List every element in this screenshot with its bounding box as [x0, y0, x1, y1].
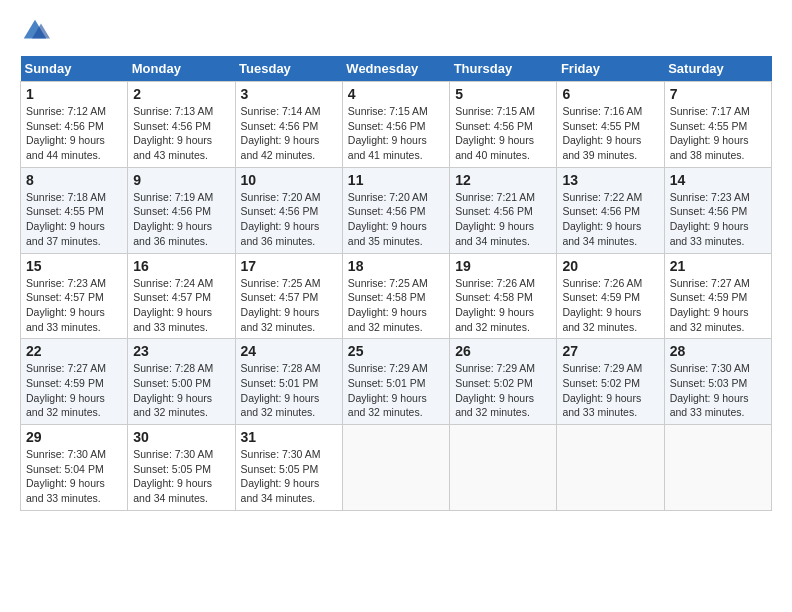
day-detail: Sunrise: 7:28 AMSunset: 5:01 PMDaylight:… [241, 362, 321, 418]
calendar-cell: 15 Sunrise: 7:23 AMSunset: 4:57 PMDaylig… [21, 253, 128, 339]
logo [20, 16, 52, 46]
day-detail: Sunrise: 7:15 AMSunset: 4:56 PMDaylight:… [455, 105, 535, 161]
week-row-1: 1 Sunrise: 7:12 AMSunset: 4:56 PMDayligh… [21, 82, 772, 168]
weekday-friday: Friday [557, 56, 664, 82]
day-number: 20 [562, 258, 658, 274]
day-detail: Sunrise: 7:25 AMSunset: 4:58 PMDaylight:… [348, 277, 428, 333]
week-row-3: 15 Sunrise: 7:23 AMSunset: 4:57 PMDaylig… [21, 253, 772, 339]
day-number: 7 [670, 86, 766, 102]
day-detail: Sunrise: 7:15 AMSunset: 4:56 PMDaylight:… [348, 105, 428, 161]
calendar-cell: 22 Sunrise: 7:27 AMSunset: 4:59 PMDaylig… [21, 339, 128, 425]
day-number: 16 [133, 258, 229, 274]
calendar-cell: 24 Sunrise: 7:28 AMSunset: 5:01 PMDaylig… [235, 339, 342, 425]
calendar-cell: 17 Sunrise: 7:25 AMSunset: 4:57 PMDaylig… [235, 253, 342, 339]
weekday-sunday: Sunday [21, 56, 128, 82]
day-number: 1 [26, 86, 122, 102]
day-detail: Sunrise: 7:20 AMSunset: 4:56 PMDaylight:… [241, 191, 321, 247]
calendar-cell [557, 425, 664, 511]
day-detail: Sunrise: 7:16 AMSunset: 4:55 PMDaylight:… [562, 105, 642, 161]
calendar-cell: 26 Sunrise: 7:29 AMSunset: 5:02 PMDaylig… [450, 339, 557, 425]
day-number: 27 [562, 343, 658, 359]
day-detail: Sunrise: 7:29 AMSunset: 5:01 PMDaylight:… [348, 362, 428, 418]
day-number: 9 [133, 172, 229, 188]
calendar-cell: 16 Sunrise: 7:24 AMSunset: 4:57 PMDaylig… [128, 253, 235, 339]
day-number: 4 [348, 86, 444, 102]
calendar-cell: 14 Sunrise: 7:23 AMSunset: 4:56 PMDaylig… [664, 167, 771, 253]
day-detail: Sunrise: 7:25 AMSunset: 4:57 PMDaylight:… [241, 277, 321, 333]
day-detail: Sunrise: 7:20 AMSunset: 4:56 PMDaylight:… [348, 191, 428, 247]
day-number: 21 [670, 258, 766, 274]
week-row-4: 22 Sunrise: 7:27 AMSunset: 4:59 PMDaylig… [21, 339, 772, 425]
calendar-cell: 11 Sunrise: 7:20 AMSunset: 4:56 PMDaylig… [342, 167, 449, 253]
calendar-cell: 9 Sunrise: 7:19 AMSunset: 4:56 PMDayligh… [128, 167, 235, 253]
day-detail: Sunrise: 7:29 AMSunset: 5:02 PMDaylight:… [455, 362, 535, 418]
day-detail: Sunrise: 7:30 AMSunset: 5:04 PMDaylight:… [26, 448, 106, 504]
calendar-cell: 12 Sunrise: 7:21 AMSunset: 4:56 PMDaylig… [450, 167, 557, 253]
day-detail: Sunrise: 7:27 AMSunset: 4:59 PMDaylight:… [26, 362, 106, 418]
calendar-cell: 6 Sunrise: 7:16 AMSunset: 4:55 PMDayligh… [557, 82, 664, 168]
calendar-cell: 20 Sunrise: 7:26 AMSunset: 4:59 PMDaylig… [557, 253, 664, 339]
weekday-header-row: SundayMondayTuesdayWednesdayThursdayFrid… [21, 56, 772, 82]
day-number: 23 [133, 343, 229, 359]
calendar-cell: 4 Sunrise: 7:15 AMSunset: 4:56 PMDayligh… [342, 82, 449, 168]
day-detail: Sunrise: 7:13 AMSunset: 4:56 PMDaylight:… [133, 105, 213, 161]
calendar-cell: 8 Sunrise: 7:18 AMSunset: 4:55 PMDayligh… [21, 167, 128, 253]
calendar-cell: 13 Sunrise: 7:22 AMSunset: 4:56 PMDaylig… [557, 167, 664, 253]
day-detail: Sunrise: 7:18 AMSunset: 4:55 PMDaylight:… [26, 191, 106, 247]
day-number: 31 [241, 429, 337, 445]
calendar-cell: 3 Sunrise: 7:14 AMSunset: 4:56 PMDayligh… [235, 82, 342, 168]
day-number: 25 [348, 343, 444, 359]
page: SundayMondayTuesdayWednesdayThursdayFrid… [0, 0, 792, 521]
day-detail: Sunrise: 7:14 AMSunset: 4:56 PMDaylight:… [241, 105, 321, 161]
calendar-cell: 30 Sunrise: 7:30 AMSunset: 5:05 PMDaylig… [128, 425, 235, 511]
day-detail: Sunrise: 7:27 AMSunset: 4:59 PMDaylight:… [670, 277, 750, 333]
day-number: 2 [133, 86, 229, 102]
day-detail: Sunrise: 7:30 AMSunset: 5:05 PMDaylight:… [133, 448, 213, 504]
calendar-cell: 25 Sunrise: 7:29 AMSunset: 5:01 PMDaylig… [342, 339, 449, 425]
calendar-cell [450, 425, 557, 511]
calendar-cell: 19 Sunrise: 7:26 AMSunset: 4:58 PMDaylig… [450, 253, 557, 339]
day-detail: Sunrise: 7:19 AMSunset: 4:56 PMDaylight:… [133, 191, 213, 247]
day-number: 29 [26, 429, 122, 445]
day-number: 8 [26, 172, 122, 188]
day-number: 6 [562, 86, 658, 102]
day-number: 5 [455, 86, 551, 102]
week-row-5: 29 Sunrise: 7:30 AMSunset: 5:04 PMDaylig… [21, 425, 772, 511]
day-detail: Sunrise: 7:17 AMSunset: 4:55 PMDaylight:… [670, 105, 750, 161]
day-detail: Sunrise: 7:12 AMSunset: 4:56 PMDaylight:… [26, 105, 106, 161]
weekday-monday: Monday [128, 56, 235, 82]
logo-icon [20, 16, 50, 46]
calendar-cell: 18 Sunrise: 7:25 AMSunset: 4:58 PMDaylig… [342, 253, 449, 339]
calendar-table: SundayMondayTuesdayWednesdayThursdayFrid… [20, 56, 772, 511]
day-number: 3 [241, 86, 337, 102]
calendar-cell: 5 Sunrise: 7:15 AMSunset: 4:56 PMDayligh… [450, 82, 557, 168]
weekday-wednesday: Wednesday [342, 56, 449, 82]
calendar-cell [664, 425, 771, 511]
day-detail: Sunrise: 7:26 AMSunset: 4:58 PMDaylight:… [455, 277, 535, 333]
day-detail: Sunrise: 7:23 AMSunset: 4:57 PMDaylight:… [26, 277, 106, 333]
day-number: 15 [26, 258, 122, 274]
day-detail: Sunrise: 7:28 AMSunset: 5:00 PMDaylight:… [133, 362, 213, 418]
calendar-cell: 21 Sunrise: 7:27 AMSunset: 4:59 PMDaylig… [664, 253, 771, 339]
day-number: 17 [241, 258, 337, 274]
calendar-cell: 31 Sunrise: 7:30 AMSunset: 5:05 PMDaylig… [235, 425, 342, 511]
day-number: 26 [455, 343, 551, 359]
day-number: 14 [670, 172, 766, 188]
day-number: 10 [241, 172, 337, 188]
day-detail: Sunrise: 7:21 AMSunset: 4:56 PMDaylight:… [455, 191, 535, 247]
day-number: 13 [562, 172, 658, 188]
calendar-cell: 1 Sunrise: 7:12 AMSunset: 4:56 PMDayligh… [21, 82, 128, 168]
weekday-thursday: Thursday [450, 56, 557, 82]
calendar-cell: 23 Sunrise: 7:28 AMSunset: 5:00 PMDaylig… [128, 339, 235, 425]
calendar-cell [342, 425, 449, 511]
weekday-saturday: Saturday [664, 56, 771, 82]
day-detail: Sunrise: 7:29 AMSunset: 5:02 PMDaylight:… [562, 362, 642, 418]
day-detail: Sunrise: 7:30 AMSunset: 5:05 PMDaylight:… [241, 448, 321, 504]
header [20, 16, 772, 46]
day-number: 19 [455, 258, 551, 274]
day-number: 24 [241, 343, 337, 359]
day-number: 30 [133, 429, 229, 445]
day-number: 18 [348, 258, 444, 274]
week-row-2: 8 Sunrise: 7:18 AMSunset: 4:55 PMDayligh… [21, 167, 772, 253]
calendar-cell: 27 Sunrise: 7:29 AMSunset: 5:02 PMDaylig… [557, 339, 664, 425]
